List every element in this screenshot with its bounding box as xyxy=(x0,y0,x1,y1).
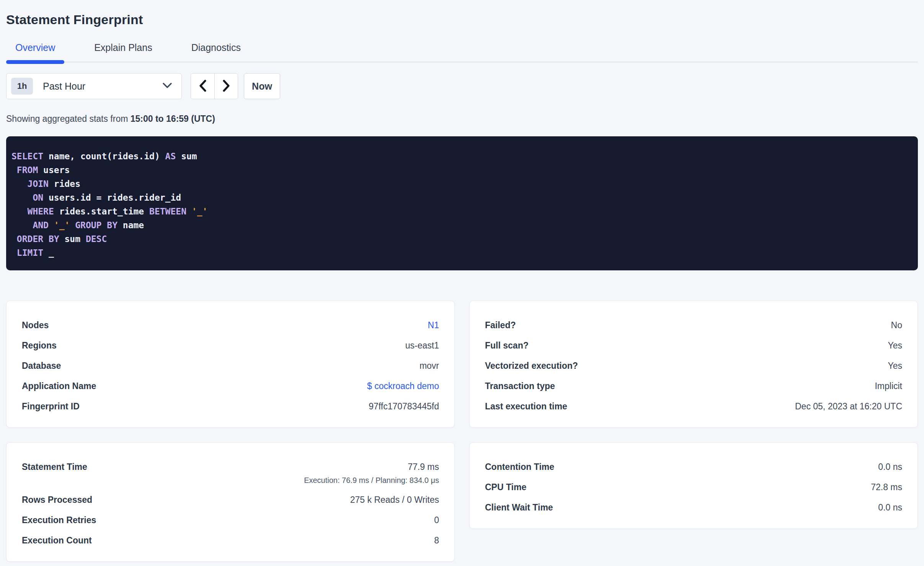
stat-value-link[interactable]: $ cockroach demo xyxy=(367,380,439,392)
stats-grid: NodesN1Regionsus-east1DatabasemovrApplic… xyxy=(6,301,918,562)
sql-statement-box: SELECT name, count(rides.id) AS sum FROM… xyxy=(6,136,918,270)
tab-diagnostics[interactable]: Diagnostics xyxy=(182,43,250,62)
stat-label: Contention Time xyxy=(485,461,554,473)
chevron-left-icon xyxy=(198,80,207,93)
tab-overview[interactable]: Overview xyxy=(6,43,64,62)
time-stats-panel: Contention Time0.0 nsCPU Time72.8 msClie… xyxy=(469,442,918,529)
stat-row: Contention Time0.0 ns xyxy=(485,461,902,473)
stat-row: Vectorized execution?Yes xyxy=(485,360,902,371)
stat-value: 0.0 ns xyxy=(878,502,902,513)
now-button[interactable]: Now xyxy=(244,73,280,99)
tab-bar: OverviewExplain PlansDiagnostics xyxy=(6,43,918,62)
time-range-select[interactable]: 1h Past Hour xyxy=(6,73,182,99)
summary-prefix: Showing aggregated stats from xyxy=(6,114,131,124)
tab-explain-plans[interactable]: Explain Plans xyxy=(85,43,161,62)
stat-value: Yes xyxy=(888,360,902,371)
page-title: Statement Fingerprint xyxy=(6,0,918,28)
stat-label: Fingerprint ID xyxy=(22,401,80,412)
stat-label: Client Wait Time xyxy=(485,502,553,513)
stat-label: Application Name xyxy=(22,380,96,392)
stat-value: 8 xyxy=(434,535,439,546)
sql-line: FROM users xyxy=(11,163,910,177)
stat-row: Regionsus-east1 xyxy=(22,340,439,351)
stat-label: Rows Processed xyxy=(22,494,92,505)
stat-label: Database xyxy=(22,360,61,371)
stat-row: Full scan?Yes xyxy=(485,340,902,351)
stat-row: Last execution timeDec 05, 2023 at 16:20… xyxy=(485,401,902,412)
stat-value: Yes xyxy=(888,340,902,351)
time-toolbar: 1h Past Hour Now xyxy=(6,73,918,99)
chevron-right-icon xyxy=(222,80,231,93)
sql-line: JOIN rides xyxy=(11,177,910,191)
stat-label: Statement Time xyxy=(22,461,87,473)
stat-row: Application Name$ cockroach demo xyxy=(22,380,439,392)
stat-value: us-east1 xyxy=(405,340,439,351)
stat-row: Statement Time77.9 msExecution: 76.9 ms … xyxy=(22,461,439,485)
stat-label: Full scan? xyxy=(485,340,529,351)
execution-attributes-panel: Failed?NoFull scan?YesVectorized executi… xyxy=(469,301,918,428)
stat-row: Failed?No xyxy=(485,319,902,331)
time-range-label: Past Hour xyxy=(43,81,85,92)
stat-row: Execution Retries0 xyxy=(22,514,439,526)
chevron-down-icon xyxy=(162,82,172,90)
stat-label: Nodes xyxy=(22,319,49,331)
stat-row: Transaction typeImplicit xyxy=(485,380,902,392)
execution-stats-panel: Statement Time77.9 msExecution: 76.9 ms … xyxy=(6,442,455,562)
stat-label: Failed? xyxy=(485,319,516,331)
stat-value: movr xyxy=(420,360,439,371)
stat-row: CPU Time72.8 ms xyxy=(485,481,902,493)
stat-row: NodesN1 xyxy=(22,319,439,331)
stat-row: Rows Processed275 k Reads / 0 Writes xyxy=(22,494,439,505)
summary-range: 15:00 to 16:59 (UTC) xyxy=(131,114,215,124)
time-step-buttons xyxy=(191,73,238,99)
next-range-button[interactable] xyxy=(214,74,238,99)
stat-value-link[interactable]: N1 xyxy=(428,319,439,331)
stat-label: Execution Retries xyxy=(22,514,96,526)
sql-line: LIMIT _ xyxy=(11,246,910,260)
sql-line: WHERE rides.start_time BETWEEN '_' xyxy=(11,204,910,218)
stat-label: Vectorized execution? xyxy=(485,360,578,371)
statement-details-panel: NodesN1Regionsus-east1DatabasemovrApplic… xyxy=(6,301,455,428)
aggregated-stats-summary: Showing aggregated stats from 15:00 to 1… xyxy=(6,114,918,124)
stat-label: Regions xyxy=(22,340,57,351)
sql-line: AND '_' GROUP BY name xyxy=(11,218,910,232)
stat-value: No xyxy=(891,319,902,331)
stat-subvalue: Execution: 76.9 ms / Planning: 834.0 μs xyxy=(304,475,439,485)
stat-row: Client Wait Time0.0 ns xyxy=(485,502,902,513)
stat-value: 77.9 msExecution: 76.9 ms / Planning: 83… xyxy=(304,461,439,485)
time-range-badge: 1h xyxy=(11,78,33,95)
sql-line: ON users.id = rides.rider_id xyxy=(11,191,910,204)
stat-label: CPU Time xyxy=(485,481,526,493)
prev-range-button[interactable] xyxy=(191,74,214,99)
stat-label: Last execution time xyxy=(485,401,567,412)
stat-value: 0 xyxy=(434,514,439,526)
stat-value: Implicit xyxy=(875,380,902,392)
stat-value: 72.8 ms xyxy=(871,481,902,493)
sql-line: ORDER BY sum DESC xyxy=(11,232,910,246)
statement-fingerprint-page: Statement Fingerprint OverviewExplain Pl… xyxy=(0,0,924,562)
sql-line: SELECT name, count(rides.id) AS sum xyxy=(11,149,910,163)
stat-row: Databasemovr xyxy=(22,360,439,371)
stat-label: Transaction type xyxy=(485,380,555,392)
stat-value: 97ffc170783445fd xyxy=(369,401,439,412)
stat-value: Dec 05, 2023 at 16:20 UTC xyxy=(795,401,902,412)
stat-label: Execution Count xyxy=(22,535,92,546)
stat-row: Execution Count8 xyxy=(22,535,439,546)
stat-value: 275 k Reads / 0 Writes xyxy=(350,494,439,505)
stat-row: Fingerprint ID97ffc170783445fd xyxy=(22,401,439,412)
stat-value: 0.0 ns xyxy=(878,461,902,473)
